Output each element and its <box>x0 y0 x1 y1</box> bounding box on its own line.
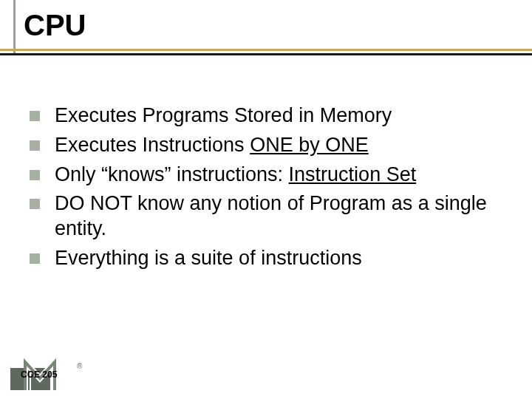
list-item: Only “knows” instructions: Instruction S… <box>30 163 517 188</box>
slide-title: CPU <box>0 9 532 42</box>
square-bullet-icon <box>30 253 40 264</box>
header-rule-gold <box>0 49 532 51</box>
header-vertical-rule <box>13 0 16 53</box>
bullet-list: Executes Programs Stored in Memory Execu… <box>30 103 517 276</box>
bullet-text-underline: Instruction Set <box>289 163 417 185</box>
list-item: Executes Instructions ONE by ONE <box>30 133 517 158</box>
slide-header: CPU <box>0 0 532 42</box>
list-item: Everything is a suite of instructions <box>30 246 517 271</box>
bullet-text-plain: DO NOT know any notion of Program as a s… <box>55 192 487 239</box>
registered-mark: ® <box>77 362 82 370</box>
square-bullet-icon <box>30 170 40 180</box>
square-bullet-icon <box>30 199 40 209</box>
bullet-text-plain: Executes Programs Stored in Memory <box>55 104 392 126</box>
bullet-text-plain: Only “knows” instructions: <box>55 163 289 185</box>
header-rule-dark <box>0 53 532 55</box>
course-code: COE 205 <box>21 369 57 380</box>
list-item: DO NOT know any notion of Program as a s… <box>30 191 517 242</box>
bullet-text-plain: Everything is a suite of instructions <box>55 247 362 269</box>
bullet-text: Executes Programs Stored in Memory <box>55 103 392 129</box>
bullet-text: Only “knows” instructions: Instruction S… <box>55 163 416 188</box>
bullet-text: Executes Instructions ONE by ONE <box>55 133 369 158</box>
bullet-text: DO NOT know any notion of Program as a s… <box>55 191 517 242</box>
list-item: Executes Programs Stored in Memory <box>30 103 517 129</box>
bullet-text-underline: ONE by ONE <box>250 134 369 156</box>
bullet-text: Everything is a suite of instructions <box>55 246 362 271</box>
square-bullet-icon <box>30 111 40 121</box>
square-bullet-icon <box>30 140 40 151</box>
bullet-text-plain: Executes Instructions <box>55 134 250 156</box>
